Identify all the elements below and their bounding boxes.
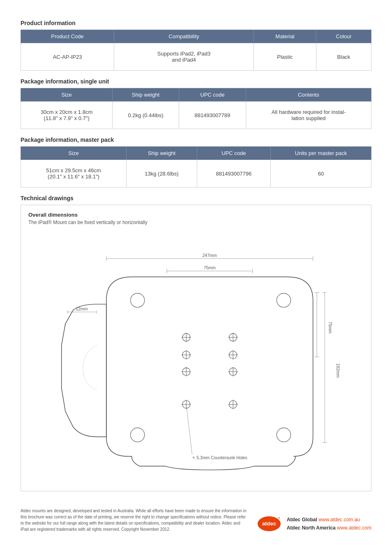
footer-logo-row: atdec ® Atdec Global www.atdec.com.au At… [256,515,371,532]
footer-links: Atdec Global www.atdec.com.au Atdec Nort… [287,516,371,532]
atdec-logo-svg: atdec ® [256,515,282,532]
footer: Atdec mounts are designed, developed and… [21,504,371,532]
countersunk-label: ↖ 5.3mm Countersunk Holes [192,456,247,460]
dim-75mm-h: 75mm [204,266,216,270]
col-upc-master: UPC code [197,147,270,160]
col-units-master: Units per master pack [270,147,371,160]
size-single-cell: 30cm x 20cm x 1.8cm(11.8" x 7.9" x 0.7") [21,102,113,129]
tech-box-title: Overall dimensions [28,212,364,218]
upc-single-cell: 881493007789 [179,102,246,129]
technical-title: Technical drawings [21,195,371,201]
col-shipweight-single: Ship weight [113,88,179,102]
corner-circle-bl [131,428,145,442]
col-product-code: Product Code [21,30,114,43]
units-master-cell: 60 [270,160,371,187]
compatibility-cell: Supports iPad2, iPad3and iPad4 [114,43,254,71]
product-code-cell: AC-AP-IP23 [21,43,114,71]
package-master-table: Size Ship weight UPC code Units per mast… [21,146,371,187]
global-brand: Atdec Global [287,517,317,523]
shipweight-single-cell: 0.2kg (0.44lbs) [113,102,179,129]
shipweight-master-cell: 13kg (28.6lbs) [127,160,197,187]
svg-text:atdec: atdec [262,520,276,527]
footer-disclaimer: Atdec mounts are designed, developed and… [21,508,248,532]
dim-192mm: 192mm [336,363,340,378]
technical-svg: 247mm 75mm 12mm 192mm [28,229,364,484]
col-size-master: Size [21,147,127,160]
col-material: Material [254,30,316,43]
col-upc-single: UPC code [179,88,246,102]
colour-cell: Black [316,43,371,71]
corner-circle-br [277,428,291,442]
contents-single-cell: All hardware required for instal-lation … [246,102,371,129]
col-colour: Colour [316,30,371,43]
dim-75mm-v: 75mm [328,321,332,333]
na-brand: Atdec North America [287,525,336,531]
global-url: www.atdec.com.au [318,517,360,523]
size-master-cell: 51cm x 29.5cm x 46cm(20.1″ x 11.6″ x 18.… [21,160,127,187]
col-compatibility: Compatibility [114,30,254,43]
footer-brand: atdec ® Atdec Global www.atdec.com.au At… [256,515,371,532]
tech-box-subtitle: The iPad® Mount can be fixed vertically … [28,220,364,225]
corner-circle-tl [131,293,145,307]
table-row: AC-AP-IP23 Supports iPad2, iPad3and iPad… [21,43,371,71]
svg-line-31 [186,405,192,454]
package-single-table: Size Ship weight UPC code Contents 30cm … [21,88,371,129]
col-contents-single: Contents [246,88,371,102]
table-row: 30cm x 20cm x 1.8cm(11.8" x 7.9" x 0.7")… [21,102,371,129]
table-row: 51cm x 29.5cm x 46cm(20.1″ x 11.6″ x 18.… [21,160,371,187]
material-cell: Plastic [254,43,316,71]
svg-text:®: ® [278,517,280,520]
upc-master-cell: 881493007796 [197,160,270,187]
product-info-table: Product Code Compatibility Material Colo… [21,30,371,71]
package-master-title: Package information, master pack [21,136,371,143]
dim-247mm: 247mm [203,253,217,258]
na-url: www.atdec.com [337,525,371,531]
technical-drawings-box: Overall dimensions The iPad® Mount can b… [21,205,371,491]
corner-circle-tr [277,293,291,307]
drawing-area: 247mm 75mm 12mm 192mm [28,229,364,484]
col-shipweight-master: Ship weight [127,147,197,160]
product-info-title: Product information [21,20,371,26]
package-single-title: Package information, single unit [21,78,371,85]
col-size-single: Size [21,88,113,102]
